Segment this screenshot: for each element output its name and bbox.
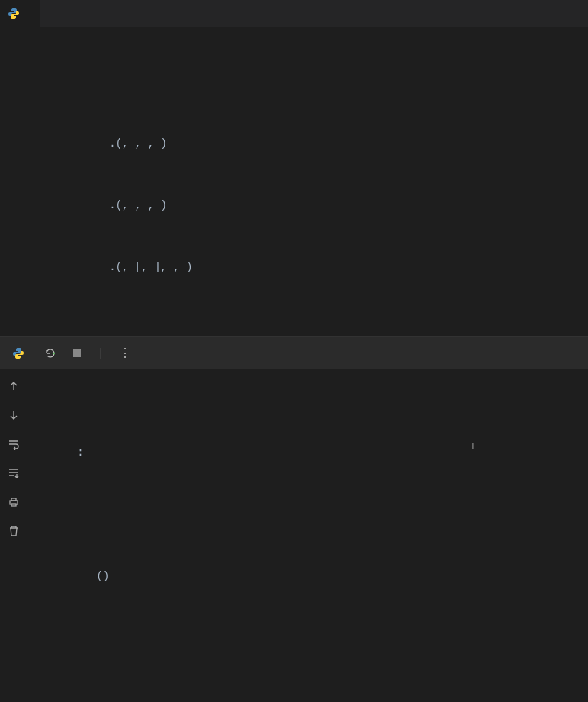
file-tab[interactable] — [0, 0, 40, 27]
tab-bar — [0, 0, 588, 27]
text-cursor: I — [470, 438, 476, 456]
trash-icon[interactable] — [8, 525, 20, 540]
line-number-gutter — [0, 27, 38, 336]
soft-wrap-icon[interactable] — [8, 438, 20, 453]
run-gutter — [38, 27, 58, 336]
code-area[interactable]: .(, , , ) .(, , , ) .(, [, ], , ) : () .… — [58, 27, 588, 336]
code-editor[interactable]: .(, , , ) .(, , , ) .(, [, ], , ) : () .… — [0, 27, 588, 336]
print-icon[interactable] — [8, 496, 20, 511]
output-side-toolbar — [0, 369, 27, 702]
arrow-up-icon[interactable] — [8, 380, 20, 395]
panel-run-tab[interactable] — [12, 347, 29, 359]
arrow-down-icon[interactable] — [8, 409, 20, 424]
rerun-button[interactable] — [44, 347, 56, 359]
console-output[interactable]: I — [27, 369, 588, 702]
svg-rect-2 — [11, 498, 16, 501]
python-icon — [12, 347, 24, 359]
scroll-to-end-icon[interactable] — [8, 467, 20, 482]
python-file-icon — [8, 8, 20, 20]
